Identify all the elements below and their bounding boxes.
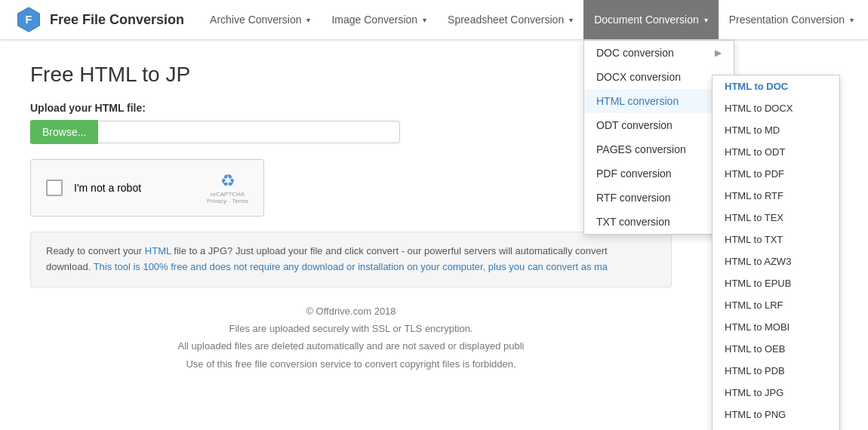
brand-logo[interactable]: F Free File Conversion <box>0 0 199 39</box>
html-to-oeb-link[interactable]: HTML to OEB <box>713 338 839 360</box>
html-to-rtf-link[interactable]: HTML to RTF <box>713 185 839 207</box>
recaptcha-checkbox[interactable] <box>46 180 63 196</box>
document-dropdown-container: DOC conversion ▶ DOCX conversion ▶ HTML … <box>583 40 734 235</box>
upload-row: Browse... <box>30 120 672 144</box>
info-text-1: Ready to convert your <box>46 245 145 256</box>
submenu-item-html-pdf[interactable]: HTML to PDF <box>713 163 839 185</box>
nav-spreadsheet-label: Spreadsheet Conversion <box>448 14 564 26</box>
html-label: HTML conversion <box>596 95 679 107</box>
footer: © Offdrive.com 2018 Files are uploaded s… <box>30 303 672 373</box>
info-highlight: This tool is 100% free and does not requ… <box>94 261 608 272</box>
html-to-mobi-link[interactable]: HTML to MOBI <box>713 316 839 338</box>
doc-arrow-icon: ▶ <box>715 48 722 58</box>
submenu-item-html-png[interactable]: HTML to PNG <box>713 404 839 425</box>
doc-conversion-link[interactable]: DOC conversion ▶ <box>584 41 734 65</box>
rtf-label: RTF conversion <box>596 192 671 204</box>
nav-item-presentation[interactable]: Presentation Conversion ▾ <box>719 0 864 39</box>
nav-presentation-label: Presentation Conversion <box>729 14 845 26</box>
html-submenu: HTML to DOC HTML to DOCX HTML to MD HTML… <box>712 75 840 430</box>
submenu-item-html-azw3[interactable]: HTML to AZW3 <box>713 250 839 272</box>
nav-archive-label: Archive Conversion <box>210 14 301 26</box>
upload-label: Upload your HTML file: <box>30 102 672 114</box>
recaptcha-brand-text: reCAPTCHA <box>207 191 248 198</box>
html-to-txt-link[interactable]: HTML to TXT <box>713 229 839 250</box>
info-html-link[interactable]: HTML <box>145 245 171 256</box>
submenu-item-html-odt[interactable]: HTML to ODT <box>713 141 839 163</box>
footer-delete: All uploaded files are deleted automatic… <box>30 337 672 355</box>
recaptcha-icon: ♻ <box>220 171 235 190</box>
footer-terms: Use of this free file conversion service… <box>30 355 672 373</box>
archive-caret-icon: ▾ <box>306 16 310 24</box>
footer-copyright: © Offdrive.com 2018 <box>30 303 672 320</box>
pages-label: PAGES conversion <box>596 143 686 155</box>
html-to-svg-link[interactable]: HTML to SVG <box>713 425 839 430</box>
docx-label: DOCX conversion <box>596 71 681 83</box>
html-to-pdf-link[interactable]: HTML to PDF <box>713 163 839 185</box>
submenu-item-html-txt[interactable]: HTML to TXT <box>713 229 839 250</box>
nav-item-archive[interactable]: Archive Conversion ▾ <box>199 0 321 39</box>
info-box: Ready to convert your HTML file to a JPG… <box>30 232 672 287</box>
recaptcha-logo: ♻ reCAPTCHA Privacy - Terms <box>207 171 248 204</box>
navbar: F Free File Conversion Archive Conversio… <box>0 0 868 40</box>
nav-image-label: Image Conversion <box>331 14 417 26</box>
image-caret-icon: ▾ <box>423 16 426 24</box>
submenu-item-html-jpg[interactable]: HTML to JPG <box>713 382 839 404</box>
submenu-item-html-pdb[interactable]: HTML to PDB <box>713 360 839 382</box>
recaptcha-label: I'm not a robot <box>74 182 141 194</box>
html-to-docx-link[interactable]: HTML to DOCX <box>713 97 839 119</box>
submenu-item-html-mobi[interactable]: HTML to MOBI <box>713 316 839 338</box>
svg-text:F: F <box>26 14 32 26</box>
spreadsheet-caret-icon: ▾ <box>569 16 573 24</box>
nav-item-spreadsheet[interactable]: Spreadsheet Conversion ▾ <box>437 0 583 39</box>
html-to-epub-link[interactable]: HTML to EPUB <box>713 272 839 294</box>
presentation-caret-icon: ▾ <box>850 16 854 24</box>
page-title: Free HTML to JP <box>30 63 672 87</box>
brand-name: Free File Conversion <box>50 12 184 28</box>
recaptcha-widget: I'm not a robot ♻ reCAPTCHA Privacy - Te… <box>30 159 264 217</box>
doc-label: DOC conversion <box>596 47 674 59</box>
submenu-item-html-svg[interactable]: HTML to SVG <box>713 425 839 430</box>
submenu-item-html-md[interactable]: HTML to MD <box>713 119 839 141</box>
html-to-odt-link[interactable]: HTML to ODT <box>713 141 839 163</box>
submenu-item-html-epub[interactable]: HTML to EPUB <box>713 272 839 294</box>
browse-button[interactable]: Browse... <box>30 120 98 144</box>
html-to-pdb-link[interactable]: HTML to PDB <box>713 360 839 382</box>
odt-label: ODT conversion <box>596 119 673 131</box>
html-to-doc-link[interactable]: HTML to DOC <box>713 75 839 97</box>
pdf-label: PDF conversion <box>596 167 672 180</box>
html-to-png-link[interactable]: HTML to PNG <box>713 404 839 425</box>
html-to-md-link[interactable]: HTML to MD <box>713 119 839 141</box>
recaptcha-subtext: Privacy - Terms <box>207 198 248 204</box>
submenu-item-html-tex[interactable]: HTML to TEX <box>713 207 839 229</box>
footer-ssl: Files are uploaded securely with SSL or … <box>30 320 672 337</box>
html-to-azw3-link[interactable]: HTML to AZW3 <box>713 250 839 272</box>
document-caret-icon: ▾ <box>704 16 708 24</box>
dropdown-item-doc[interactable]: DOC conversion ▶ <box>584 41 734 65</box>
html-to-lrf-link[interactable]: HTML to LRF <box>713 294 839 316</box>
info-text-3: download. <box>46 261 94 272</box>
submenu-item-html-doc[interactable]: HTML to DOC <box>713 75 839 97</box>
nav-document-label: Document Conversion <box>594 14 699 26</box>
submenu-item-html-lrf[interactable]: HTML to LRF <box>713 294 839 316</box>
file-input[interactable] <box>98 121 400 143</box>
nav-item-image[interactable]: Image Conversion ▾ <box>321 0 437 39</box>
nav-menu: Archive Conversion ▾ Image Conversion ▾ … <box>199 0 868 39</box>
html-to-jpg-link[interactable]: HTML to JPG <box>713 382 839 404</box>
nav-item-document[interactable]: Document Conversion ▾ <box>583 0 719 39</box>
submenu-item-html-oeb[interactable]: HTML to OEB <box>713 338 839 360</box>
brand-icon: F <box>15 6 42 33</box>
submenu-item-html-docx[interactable]: HTML to DOCX <box>713 97 839 119</box>
txt-label: TXT conversion <box>596 216 670 228</box>
info-text-2: file to a JPG? Just upload your file and… <box>171 245 608 256</box>
html-to-tex-link[interactable]: HTML to TEX <box>713 207 839 229</box>
submenu-item-html-rtf[interactable]: HTML to RTF <box>713 185 839 207</box>
